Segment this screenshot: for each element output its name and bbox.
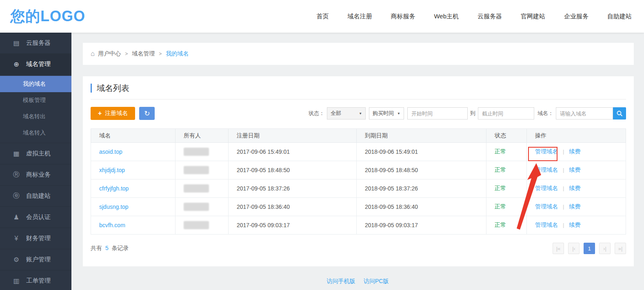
sidebar-item-domain-management[interactable]: ⊕ 域名管理 bbox=[0, 54, 71, 75]
col-header-registered: 注册日期 bbox=[229, 129, 357, 143]
action-separator: | bbox=[563, 204, 564, 210]
domain-list-panel: 域名列表 + 注册域名 ↻ 状态： 全部 ▼ 购买时间 bbox=[83, 76, 634, 266]
pc-version-link[interactable]: 访问PC版 bbox=[364, 278, 389, 284]
manage-domain-link[interactable]: 管理域名 bbox=[535, 166, 558, 173]
domain-link[interactable]: cfrfyjfgh.top bbox=[99, 185, 129, 192]
sidebar-item-account-management[interactable]: ⚙ 账户管理 bbox=[0, 249, 71, 270]
member-icon: ♟ bbox=[12, 213, 20, 221]
domain-search-input[interactable] bbox=[556, 107, 613, 120]
submenu-item-label: 模板管理 bbox=[23, 97, 46, 104]
col-header-status: 状态 bbox=[486, 129, 527, 143]
trademark-icon: Ⓡ bbox=[12, 170, 20, 179]
renew-link[interactable]: 续费 bbox=[569, 166, 580, 173]
manage-domain-link[interactable]: 管理域名 bbox=[535, 203, 558, 210]
expires-date: 2018-09-05 18:48:50 bbox=[365, 167, 418, 173]
nav-home[interactable]: 首页 bbox=[316, 13, 329, 20]
breadcrumb-domain-management[interactable]: 域名管理 bbox=[132, 50, 155, 58]
app-root: 您的LOGO 首页 域名注册 商标服务 Web主机 云服务器 官网建站 企业服务… bbox=[0, 0, 644, 290]
manage-domain-link[interactable]: 管理域名 bbox=[535, 148, 558, 155]
renew-link[interactable]: 续费 bbox=[569, 203, 580, 210]
owner-redacted bbox=[184, 221, 209, 229]
panel-title-row: 域名列表 bbox=[91, 84, 626, 100]
sidebar-item-finance-management[interactable]: ¥ 财务管理 bbox=[0, 228, 71, 249]
end-date-input[interactable] bbox=[478, 107, 534, 120]
col-header-domain: 域名 bbox=[91, 129, 175, 143]
register-domain-button[interactable]: + 注册域名 bbox=[91, 107, 135, 120]
action-separator: | bbox=[563, 222, 564, 228]
sidebar-item-site-builder[interactable]: ⓔ 自助建站 bbox=[0, 186, 71, 207]
submenu-item-domain-transfer-out[interactable]: 域名转出 bbox=[0, 108, 71, 125]
status-select[interactable]: 全部 ▼ bbox=[327, 107, 366, 120]
domain-submenu: 我的域名 模板管理 域名转出 域名转入 bbox=[0, 75, 71, 143]
domain-link[interactable]: bcvfh.com bbox=[99, 222, 125, 228]
breadcrumb-separator: > bbox=[159, 51, 162, 57]
time-type-select[interactable]: 购买时间 ▼ bbox=[369, 107, 404, 120]
sidebar-item-label: 工单管理 bbox=[26, 277, 51, 285]
start-date-input[interactable] bbox=[407, 107, 468, 120]
sidebar-item-label: 域名管理 bbox=[26, 60, 51, 68]
status-badge: 正常 bbox=[495, 203, 506, 210]
owner-redacted bbox=[184, 203, 209, 211]
summary-prefix: 共有 bbox=[91, 245, 102, 251]
breadcrumb-user-center[interactable]: 用户中心 bbox=[98, 50, 121, 58]
nav-cloud-server[interactable]: 云服务器 bbox=[477, 13, 502, 20]
refresh-button[interactable]: ↻ bbox=[139, 107, 155, 120]
page-1-button[interactable]: 1 bbox=[584, 243, 595, 254]
pagination: |« |‹ 1 ›| »| bbox=[549, 243, 626, 254]
col-header-actions: 操作 bbox=[527, 129, 626, 143]
record-count: 5 bbox=[105, 245, 109, 251]
status-select-value: 全部 bbox=[331, 110, 341, 117]
nav-self-service-site[interactable]: 自助建站 bbox=[607, 13, 632, 20]
sidebar-item-member-verification[interactable]: ♟ 会员认证 bbox=[0, 207, 71, 228]
main-content: ⌂ 用户中心 > 域名管理 > 我的域名 域名列表 + 注册域名 ↻ 状态： bbox=[71, 33, 644, 290]
nav-domain-register[interactable]: 域名注册 bbox=[347, 13, 372, 20]
first-page-button[interactable]: |« bbox=[553, 243, 564, 254]
next-page-button[interactable]: ›| bbox=[599, 243, 611, 254]
sidebar-item-cloud-server[interactable]: ▤ 云服务器 bbox=[0, 33, 71, 54]
submenu-item-my-domains[interactable]: 我的域名 bbox=[0, 76, 71, 92]
host-icon: ▦ bbox=[12, 150, 20, 157]
top-header: 您的LOGO 首页 域名注册 商标服务 Web主机 云服务器 官网建站 企业服务… bbox=[0, 0, 644, 33]
submenu-item-domain-transfer-in[interactable]: 域名转入 bbox=[0, 125, 71, 141]
action-separator: | bbox=[563, 148, 564, 155]
manage-domain-link[interactable]: 管理域名 bbox=[535, 221, 558, 228]
filter-bar: 状态： 全部 ▼ 购买时间 ▼ 到 域名： bbox=[309, 107, 626, 120]
last-page-button[interactable]: »| bbox=[615, 243, 626, 254]
table-footer: 共有 5 条记录 |« |‹ 1 ›| »| bbox=[91, 243, 626, 254]
search-button[interactable] bbox=[613, 107, 626, 120]
toolbar: + 注册域名 ↻ 状态： 全部 ▼ 购买时间 ▼ bbox=[91, 107, 626, 120]
server-icon: ▤ bbox=[12, 39, 20, 47]
domain-link[interactable]: asoid.top bbox=[99, 148, 122, 155]
prev-page-button[interactable]: |‹ bbox=[568, 243, 580, 254]
submenu-item-label: 我的域名 bbox=[23, 80, 46, 88]
sidebar-item-trademark-business[interactable]: Ⓡ 商标业务 bbox=[0, 164, 71, 186]
nav-enterprise-service[interactable]: 企业服务 bbox=[564, 13, 588, 20]
nav-trademark-service[interactable]: 商标服务 bbox=[391, 13, 415, 20]
sidebar-item-label: 账户管理 bbox=[26, 256, 51, 263]
sidebar-item-work-order[interactable]: ▥ 工单管理 bbox=[0, 270, 71, 290]
renew-link[interactable]: 续费 bbox=[569, 221, 580, 228]
mobile-version-link[interactable]: 访问手机版 bbox=[327, 278, 355, 284]
domain-link[interactable]: sjdusng.top bbox=[99, 204, 129, 210]
table-row: asoid.top 2017-09-06 15:49:01 2018-09-06… bbox=[91, 143, 626, 161]
status-badge: 正常 bbox=[495, 185, 506, 191]
sidebar-item-virtual-host[interactable]: ▦ 虚拟主机 bbox=[0, 143, 71, 164]
nav-web-hosting[interactable]: Web主机 bbox=[434, 13, 459, 20]
renew-link[interactable]: 续费 bbox=[569, 148, 580, 155]
manage-domain-link[interactable]: 管理域名 bbox=[535, 185, 558, 191]
search-icon bbox=[616, 110, 623, 117]
sidebar-item-label: 自助建站 bbox=[26, 192, 51, 200]
status-badge: 正常 bbox=[495, 221, 506, 228]
renew-link[interactable]: 续费 bbox=[569, 185, 580, 191]
owner-redacted bbox=[184, 166, 209, 174]
registered-date: 2017-09-05 09:03:17 bbox=[237, 222, 290, 228]
chevron-down-icon: ▼ bbox=[397, 112, 400, 115]
submenu-item-template-management[interactable]: 模板管理 bbox=[0, 92, 71, 108]
home-icon: ⌂ bbox=[91, 50, 95, 58]
top-nav: 首页 域名注册 商标服务 Web主机 云服务器 官网建站 企业服务 自助建站 bbox=[298, 13, 632, 20]
nav-website-building[interactable]: 官网建站 bbox=[521, 13, 545, 20]
page-title: 域名列表 bbox=[91, 84, 626, 93]
domain-link[interactable]: xhjdjdj.top bbox=[99, 167, 125, 173]
table-row: bcvfh.com 2017-09-05 09:03:17 2018-09-05… bbox=[91, 216, 626, 235]
owner-redacted bbox=[184, 184, 209, 193]
